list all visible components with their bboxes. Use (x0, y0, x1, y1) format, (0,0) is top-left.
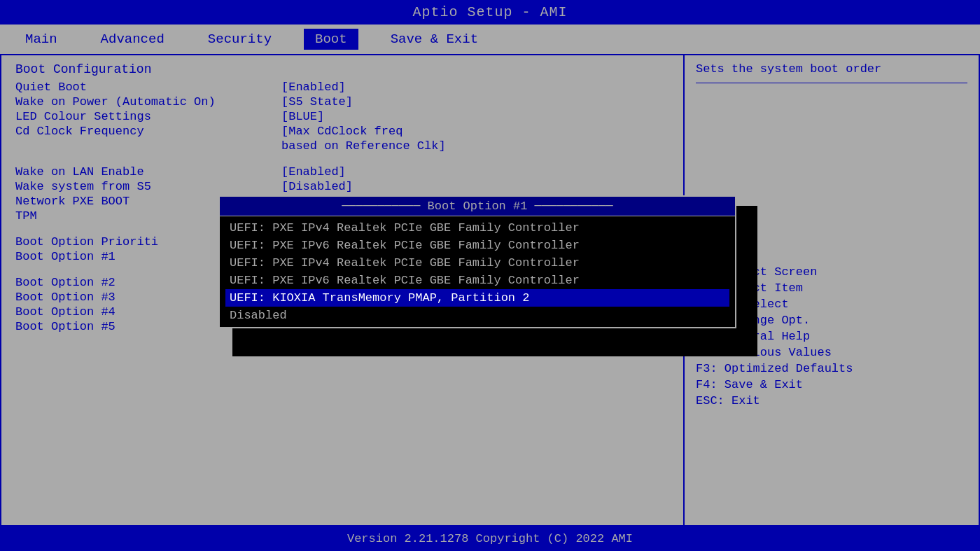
wake-s5-row: Wake system from S5 [Disabled] (15, 180, 669, 193)
popup-content: UEFI: PXE IPv4 Realtek PCIe GBE Family C… (220, 216, 735, 327)
wake-lan-value[interactable]: [Enabled] (281, 165, 346, 179)
wake-power-label: Wake on Power (Automatic On) (15, 95, 281, 109)
cdclock-value2: based on Reference Clk] (281, 139, 446, 153)
menu-bar: MainAdvancedSecurityBootSave & Exit (0, 25, 980, 54)
key-esc: ESC: Exit (696, 394, 967, 407)
help-divider (696, 83, 967, 83)
popup-item-4[interactable]: UEFI: PXE IPv6 Realtek PCIe GBE Family C… (225, 272, 729, 289)
app-title: Aptio Setup - AMI (412, 4, 567, 20)
menu-item-advanced[interactable]: Advanced (90, 29, 176, 50)
popup-item-6[interactable]: Disabled (225, 307, 729, 324)
left-panel: Boot Configuration Quiet Boot [Enabled] … (1, 55, 685, 525)
boot-config-header: Boot Configuration (15, 62, 669, 76)
popup-item-2[interactable]: UEFI: PXE IPv6 Realtek PCIe GBE Family C… (225, 237, 729, 254)
led-colour-value[interactable]: [BLUE] (281, 110, 324, 123)
wake-power-value[interactable]: [S5 State] (281, 95, 353, 109)
cdclock-label2 (15, 139, 281, 153)
cdclock-row: Cd Clock Frequency [Max CdClock freq (15, 125, 669, 138)
footer-text: Version 2.21.1278 Copyright (C) 2022 AMI (347, 532, 633, 545)
led-colour-row: LED Colour Settings [BLUE] (15, 110, 669, 123)
popup-item-3[interactable]: UEFI: PXE IPv4 Realtek PCIe GBE Family C… (225, 254, 729, 272)
menu-item-main[interactable]: Main (14, 29, 69, 50)
help-text: Sets the system boot order (696, 62, 967, 76)
cdclock-value[interactable]: [Max CdClock freq (281, 125, 402, 138)
popup-title: ─────────── Boot Option #1 ─────────── (220, 197, 735, 216)
wake-s5-value[interactable]: [Disabled] (281, 180, 353, 193)
popup-item-5[interactable]: UEFI: KIOXIA TransMemory PMAP, Partition… (225, 289, 729, 307)
cdclock-label: Cd Clock Frequency (15, 125, 281, 138)
key-f4: F4: Save & Exit (696, 378, 967, 391)
menu-item-boot[interactable]: Boot (304, 29, 358, 50)
quiet-boot-value[interactable]: [Enabled] (281, 81, 346, 94)
key-f3: F3: Optimized Defaults (696, 362, 967, 375)
led-colour-label: LED Colour Settings (15, 110, 281, 123)
menu-item-security[interactable]: Security (197, 29, 283, 50)
wake-power-row: Wake on Power (Automatic On) [S5 State] (15, 95, 669, 109)
main-content: Boot Configuration Quiet Boot [Enabled] … (0, 54, 980, 526)
boot-option-popup[interactable]: ─────────── Boot Option #1 ─────────── U… (218, 195, 736, 328)
wake-lan-label: Wake on LAN Enable (15, 165, 281, 179)
wake-lan-row: Wake on LAN Enable [Enabled] (15, 165, 669, 179)
quiet-boot-label: Quiet Boot (15, 81, 281, 94)
menu-item-save-and-exit[interactable]: Save & Exit (379, 29, 489, 50)
quiet-boot-row: Quiet Boot [Enabled] (15, 81, 669, 94)
wake-s5-label: Wake system from S5 (15, 180, 281, 193)
footer: Version 2.21.1278 Copyright (C) 2022 AMI (0, 526, 980, 551)
popup-item-1[interactable]: UEFI: PXE IPv4 Realtek PCIe GBE Family C… (225, 219, 729, 237)
cdclock-row2: based on Reference Clk] (15, 139, 669, 153)
title-bar: Aptio Setup - AMI (0, 0, 980, 25)
